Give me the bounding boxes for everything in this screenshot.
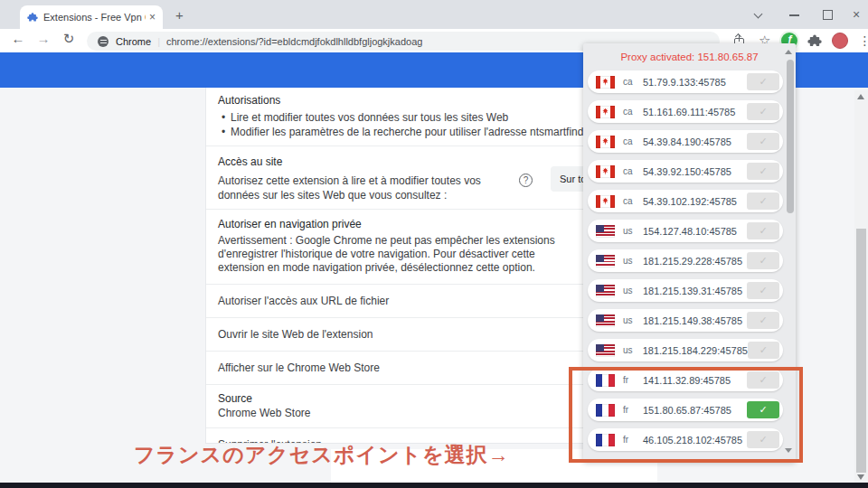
server-address: 181.215.139.31:45785 [643, 286, 742, 296]
profile-avatar[interactable] [832, 33, 848, 49]
server-select-button[interactable]: ✓ [747, 192, 779, 210]
server-row[interactable]: ca 54.39.92.150:45785 ✓ [588, 160, 783, 183]
incognito-warning: Avertissement : Google Chrome ne peut pa… [218, 234, 583, 275]
tab-title: Extensions - Free Vpn Chrome - F [43, 12, 146, 23]
site-info-icon[interactable] [98, 36, 108, 47]
url-text: chrome://extensions/?id=ebldcmdjfokdlhll… [166, 36, 422, 47]
browser-tab[interactable]: Extensions - Free Vpn Chrome - F × [20, 5, 163, 29]
server-row[interactable]: ca 54.39.84.190:45785 ✓ [588, 130, 783, 153]
browser-titlebar: Extensions - Free Vpn Chrome - F × + × [0, 0, 868, 29]
server-address: 181.215.184.229:45785 [643, 345, 748, 356]
country-flag-icon [596, 344, 615, 357]
server-row[interactable]: us 181.215.139.31:45785 ✓ [588, 279, 783, 302]
server-address: 54.39.92.150:45785 [643, 166, 731, 177]
vpn-proxy-popup: Proxy activated: 151.80.65.87 ca 51.79.9… [583, 43, 796, 462]
server-select-button[interactable]: ✓ [747, 103, 779, 120]
reload-button[interactable]: ↻ [60, 31, 78, 47]
server-country-code: fr [623, 435, 637, 445]
server-row[interactable]: ca 51.79.9.133:45785 ✓ [588, 70, 783, 93]
window-minimize-button[interactable] [788, 8, 801, 21]
popup-scroll-down-icon[interactable] [785, 448, 792, 453]
annotation-caption: フランスのアクセスポイントを選択→ [134, 441, 510, 469]
country-flag-icon [596, 136, 615, 148]
page-scrollbar-thumb[interactable] [856, 229, 866, 473]
scroll-up-arrow-icon[interactable] [857, 94, 864, 99]
server-country-code: us [623, 226, 637, 236]
server-row[interactable]: us 181.215.184.229:45785 ✓ [588, 339, 783, 361]
server-select-button[interactable]: ✓ [747, 431, 779, 448]
server-address: 54.39.84.190:45785 [643, 136, 731, 147]
tab-close-icon[interactable]: × [149, 12, 156, 23]
window-maximize-button[interactable] [821, 8, 834, 21]
server-select-button[interactable]: ✓ [747, 222, 779, 239]
server-row[interactable]: us 154.127.48.10:45785 ✓ [588, 220, 783, 242]
server-row[interactable]: us 181.215.149.38:45785 ✓ [588, 309, 783, 332]
popup-scroll-up-icon[interactable] [785, 50, 792, 54]
country-flag-icon [596, 255, 615, 267]
country-flag-icon [596, 225, 615, 238]
server-row[interactable]: fr 151.80.65.87:45785 ✓ [588, 399, 783, 421]
country-flag-icon [596, 76, 615, 89]
country-flag-icon [596, 374, 615, 387]
forward-button[interactable]: → [34, 31, 52, 46]
server-row[interactable]: fr 46.105.218.102:45785 ✓ [588, 428, 783, 451]
country-flag-icon [596, 195, 615, 208]
site-access-description: Autorisez cette extension à lire et à mo… [218, 174, 516, 202]
server-country-code: us [623, 286, 637, 296]
url-separator: | [157, 36, 160, 47]
server-address: 181.215.149.38:45785 [643, 315, 742, 326]
extensions-puzzle-icon[interactable] [807, 33, 822, 48]
server-country-code: ca [623, 136, 637, 146]
help-icon[interactable]: ? [519, 174, 533, 187]
scroll-down-arrow-icon[interactable] [857, 474, 864, 480]
server-country-code: fr [623, 405, 637, 415]
server-address: 46.105.218.102:45785 [643, 435, 742, 446]
server-row[interactable]: fr 141.11.32.89:45785 ✓ [588, 369, 783, 391]
server-country-code: ca [623, 196, 637, 206]
server-select-button[interactable]: ✓ [747, 312, 779, 329]
server-select-button[interactable]: ✓ [747, 133, 779, 150]
page-scrollbar[interactable] [854, 90, 868, 483]
popup-scrollbar-thumb[interactable] [787, 60, 794, 213]
server-address: 51.161.69.111:45785 [643, 107, 735, 117]
server-country-code: us [623, 315, 637, 325]
server-country-code: us [623, 345, 637, 355]
country-flag-icon [596, 285, 615, 297]
server-select-button[interactable]: ✓ [747, 401, 779, 418]
server-select-button[interactable]: ✓ [747, 371, 779, 389]
server-address: 54.39.102.192:45785 [643, 196, 737, 207]
server-country-code: us [623, 256, 637, 266]
server-country-code: fr [623, 375, 637, 385]
country-flag-icon [596, 165, 615, 178]
server-list: ca 51.79.9.133:45785 ✓ ca 51.161.69.111:… [583, 70, 796, 451]
country-flag-icon [596, 404, 615, 417]
server-address: 51.79.9.133:45785 [643, 77, 726, 88]
bottom-dark-bar [0, 483, 868, 488]
server-select-button[interactable]: ✓ [747, 73, 779, 90]
extension-puzzle-favicon [27, 12, 38, 23]
server-row[interactable]: ca 51.161.69.111:45785 ✓ [588, 100, 783, 123]
new-tab-button[interactable]: + [175, 7, 184, 23]
country-flag-icon [596, 314, 615, 327]
browser-menu-icon[interactable]: ⋮ [858, 33, 868, 48]
origin-label: Chrome [116, 36, 151, 47]
server-row[interactable]: ca 54.39.102.192:45785 ✓ [588, 190, 783, 212]
server-select-button[interactable]: ✓ [747, 163, 779, 180]
window-chevron-down-icon[interactable] [752, 8, 765, 21]
back-button[interactable]: ← [9, 31, 27, 46]
server-select-button[interactable]: ✓ [747, 282, 779, 299]
server-select-button[interactable]: ✓ [747, 252, 779, 269]
window-close-button[interactable]: × [850, 8, 863, 21]
server-address: 151.80.65.87:45785 [643, 405, 731, 416]
country-flag-icon [596, 434, 615, 446]
server-address: 141.11.32.89:45785 [643, 375, 731, 386]
server-address: 181.215.29.228:45785 [643, 256, 742, 267]
server-select-button[interactable]: ✓ [748, 342, 779, 359]
country-flag-icon [596, 106, 615, 118]
proxy-status-text: Proxy activated: 151.80.65.87 [583, 43, 796, 70]
server-address: 154.127.48.10:45785 [643, 226, 737, 237]
server-country-code: ca [623, 77, 637, 87]
server-row[interactable]: us 181.215.29.228:45785 ✓ [588, 249, 783, 272]
server-country-code: ca [623, 166, 637, 176]
server-country-code: ca [623, 107, 637, 117]
